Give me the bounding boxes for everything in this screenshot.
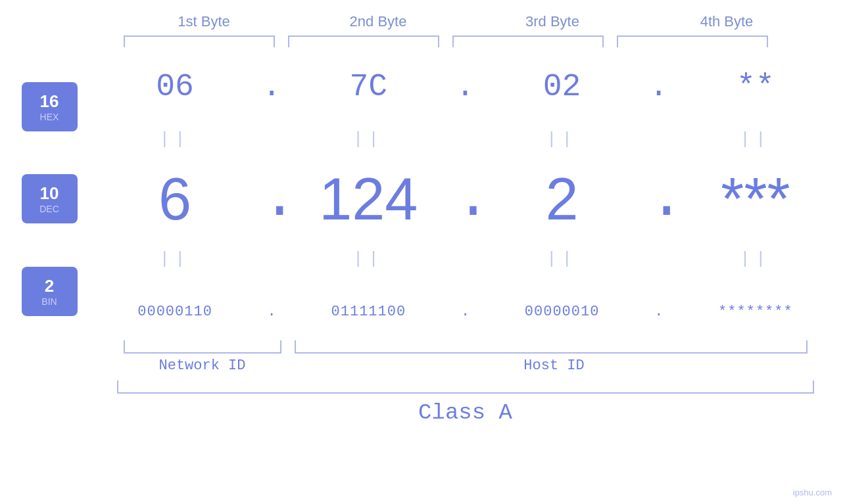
dec-dot3: . [649,166,669,233]
main-container: 1st Byte 2nd Byte 3rd Byte 4th Byte 16 H… [0,0,845,504]
dec-byte3: 2 [487,170,638,229]
bin-badge-num: 2 [45,276,54,296]
hex-dot2: . [455,69,475,104]
dec-row: 6 . 124 . 2 . *** [94,166,837,233]
top-brackets [117,35,814,47]
hex-byte2: 7C [293,69,444,104]
bracket-byte4 [617,35,768,47]
dec-byte4: *** [680,170,831,229]
bracket-byte2 [288,35,439,47]
eq2-byte4: || [680,249,831,269]
bin-badge-base: BIN [41,296,57,307]
hex-byte1: 06 [99,69,251,104]
byte-header-4: 4th Byte [651,13,802,30]
bottom-brackets [117,340,814,354]
eq1-byte2: || [293,129,444,149]
equals-row-1: || || || || [94,113,837,166]
bin-dot1: . [262,304,281,320]
hex-dot3: . [649,69,669,104]
network-bracket [124,340,281,354]
eq1-byte4: || [680,129,831,149]
eq2-byte2: || [293,249,444,269]
labels-column: 16 HEX 10 DEC 2 BIN [22,60,94,338]
bin-byte4: ******** [680,304,831,320]
byte-header-2: 2nd Byte [302,13,454,30]
eq1-byte3: || [487,129,638,149]
hex-badge-num: 16 [40,91,59,112]
network-id-label: Network ID [124,357,281,374]
eq2-byte1: || [99,249,251,269]
eq1-byte1: || [99,129,251,149]
hex-byte4: ** [680,69,831,104]
hex-badge-base: HEX [40,112,59,122]
id-labels: Network ID Host ID [117,357,814,374]
hex-badge: 16 HEX [22,82,78,131]
host-bracket [295,340,808,354]
hex-byte3: 02 [487,69,638,104]
dec-badge: 10 DEC [22,174,78,223]
bracket-byte1 [124,35,275,47]
class-label: Class A [117,400,814,425]
bin-dot3: . [649,304,669,320]
dec-byte1: 6 [99,170,251,229]
bin-byte2: 01111100 [293,304,444,320]
watermark: ipshu.com [793,488,832,497]
dec-dot1: . [262,166,281,233]
byte-headers: 1st Byte 2nd Byte 3rd Byte 4th Byte [117,13,814,30]
eq2-byte3: || [487,249,638,269]
bin-byte1: 00000110 [99,304,251,320]
bin-badge: 2 BIN [22,267,78,316]
dec-byte2: 124 [293,170,444,229]
bin-dot2: . [455,304,475,320]
byte-header-1: 1st Byte [128,13,279,30]
dec-badge-num: 10 [40,183,59,204]
dec-badge-base: DEC [39,204,59,214]
rows-area: 16 HEX 10 DEC 2 BIN 06 . 7C . 02 . ** [22,60,837,338]
data-area: 06 . 7C . 02 . ** || || || || 6 . [94,60,837,338]
host-id-label: Host ID [295,357,814,374]
dec-dot2: . [455,166,475,233]
bracket-byte3 [452,35,604,47]
big-bracket [117,380,814,394]
byte-header-3: 3rd Byte [477,13,628,30]
hex-row: 06 . 7C . 02 . ** [94,60,837,113]
hex-dot1: . [262,69,281,104]
bin-byte3: 00000010 [487,304,638,320]
bin-row: 00000110 . 01111100 . 00000010 . *******… [94,285,837,338]
equals-row-2: || || || || [94,233,837,285]
